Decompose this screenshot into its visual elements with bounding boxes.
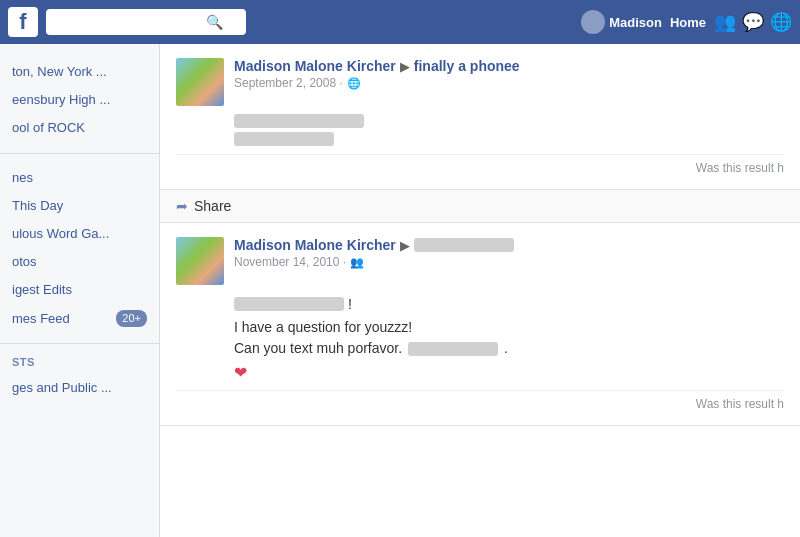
- post-2-name-row: Madison Malone Kircher ▶: [234, 237, 784, 253]
- post-1-content: [234, 114, 784, 146]
- share-bar: ➦ Share: [160, 190, 800, 223]
- post-2-date-text: November 14, 2010 ·: [234, 255, 346, 269]
- post-card-1: Madison Malone Kircher ▶ finally a phone…: [160, 44, 800, 190]
- post-2-blurred-1: [234, 297, 344, 311]
- post-1-globe-icon: 🌐: [347, 77, 361, 90]
- sidebar-item-feed[interactable]: mes Feed 20+: [0, 305, 159, 333]
- sidebar-item-otos[interactable]: otos: [0, 248, 159, 276]
- avatar: [581, 10, 605, 34]
- share-arrow-icon: ➦: [176, 198, 188, 214]
- sidebar-location-section: ton, New York ... eensbury High ... ool …: [0, 54, 159, 147]
- post-1-arrow: ▶: [400, 59, 410, 74]
- post-2-date: November 14, 2010 · 👥: [234, 255, 784, 269]
- share-label[interactable]: Share: [194, 198, 231, 214]
- post-1-name-row: Madison Malone Kircher ▶ finally a phone…: [234, 58, 784, 74]
- post-1-date: September 2, 2008 · 🌐: [234, 76, 784, 90]
- post-card-2: Madison Malone Kircher ▶ November 14, 20…: [160, 223, 800, 426]
- search-input[interactable]: [52, 15, 202, 30]
- home-link[interactable]: Home: [670, 15, 706, 30]
- post-1-avatar-img: [176, 58, 224, 106]
- post-1-result-hint: Was this result h: [176, 154, 784, 179]
- sidebar-item-feed-label: mes Feed: [12, 310, 70, 328]
- post-1-blurred-1: [234, 114, 364, 128]
- post-1-target[interactable]: finally a phonee: [414, 58, 520, 74]
- post-1-header: Madison Malone Kircher ▶ finally a phone…: [176, 58, 784, 106]
- post-2-blurred-2: [408, 342, 498, 356]
- friends-icon[interactable]: 👥: [714, 11, 736, 33]
- sidebar-item-location-3[interactable]: ool of ROCK: [0, 114, 159, 142]
- messages-icon[interactable]: 💬: [742, 11, 764, 33]
- sidebar-item-nes[interactable]: nes: [0, 164, 159, 192]
- sidebar-item-this-day[interactable]: This Day: [0, 192, 159, 220]
- post-2-avatar: [176, 237, 224, 285]
- globe-icon[interactable]: 🌐: [770, 11, 792, 33]
- sidebar-item-word-ga[interactable]: ulous Word Ga...: [0, 220, 159, 248]
- sidebar-section-heading: STS: [0, 350, 159, 370]
- sidebar-item-edits[interactable]: igest Edits: [0, 276, 159, 304]
- user-name-label[interactable]: Madison: [609, 15, 662, 30]
- post-2-text-line2: I have a question for youzzz!: [234, 317, 784, 338]
- post-2-target-blurred: [414, 238, 514, 252]
- sidebar-item-pages[interactable]: ges and Public ...: [0, 374, 159, 402]
- post-1-date-text: September 2, 2008 ·: [234, 76, 343, 90]
- post-2-arrow: ▶: [400, 238, 410, 253]
- sidebar-divider-2: [0, 343, 159, 344]
- post-1-blurred-2: [234, 132, 334, 146]
- heart-icon: ❤: [234, 363, 784, 382]
- post-1-author-name[interactable]: Madison Malone Kircher: [234, 58, 396, 74]
- header-icons: 👥 💬 🌐: [714, 11, 792, 33]
- content-area: Madison Malone Kircher ▶ finally a phone…: [160, 44, 800, 537]
- post-2-meta: Madison Malone Kircher ▶ November 14, 20…: [234, 237, 784, 269]
- header-nav: Home: [670, 15, 706, 30]
- post-1-meta: Madison Malone Kircher ▶ finally a phone…: [234, 58, 784, 90]
- header-user: Madison: [581, 10, 662, 34]
- post-2-author-name[interactable]: Madison Malone Kircher: [234, 237, 396, 253]
- facebook-logo: f: [8, 7, 38, 37]
- post-2-text-line3: Can you text muh porfavor. .: [234, 338, 784, 359]
- post-2-text-period: .: [504, 338, 508, 359]
- main-layout: ton, New York ... eensbury High ... ool …: [0, 44, 800, 537]
- post-2-header: Madison Malone Kircher ▶ November 14, 20…: [176, 237, 784, 285]
- post-2-people-icon: 👥: [350, 256, 364, 269]
- post-2-text-excl: !: [348, 294, 352, 315]
- sidebar-item-location-2[interactable]: eensbury High ...: [0, 86, 159, 114]
- search-bar: 🔍: [46, 9, 246, 35]
- post-2-result-hint: Was this result h: [176, 390, 784, 415]
- sidebar-divider-1: [0, 153, 159, 154]
- sidebar-item-location-1[interactable]: ton, New York ...: [0, 58, 159, 86]
- post-2-text-porfavor: Can you text muh porfavor.: [234, 338, 402, 359]
- sidebar: ton, New York ... eensbury High ... ool …: [0, 44, 160, 537]
- post-2-avatar-img: [176, 237, 224, 285]
- post-2-content: ! I have a question for youzzz! Can you …: [234, 293, 784, 382]
- post-1-avatar: [176, 58, 224, 106]
- search-icon[interactable]: 🔍: [206, 14, 223, 30]
- sidebar-bottom-section: ges and Public ...: [0, 370, 159, 406]
- sidebar-item-feed-badge: 20+: [116, 310, 147, 327]
- facebook-header: f 🔍 Madison Home 👥 💬 🌐: [0, 0, 800, 44]
- sidebar-nav-section: nes This Day ulous Word Ga... otos igest…: [0, 160, 159, 337]
